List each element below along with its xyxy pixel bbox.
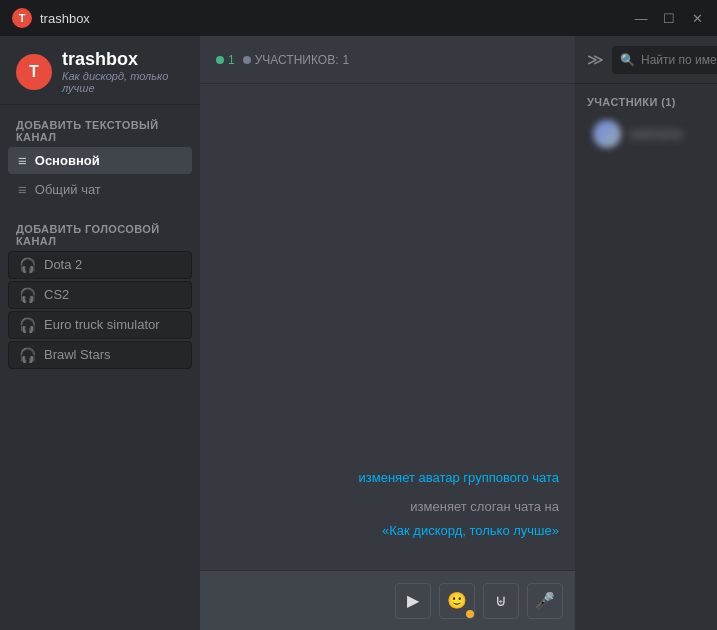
channel-item-osnovy[interactable]: ≡ Основной — [8, 147, 192, 174]
system-message-1: изменяет аватар группового чата — [359, 468, 559, 488]
voice-channel-name-dota2: Dota 2 — [44, 257, 82, 272]
online-indicator: 1 — [216, 53, 235, 67]
voice-channel-brawl-stars[interactable]: 🎧 Brawl Stars — [8, 341, 192, 369]
members-count-value: 1 — [342, 53, 349, 67]
title-bar-left: T trashbox — [12, 8, 90, 28]
voice-icon-cs2: 🎧 — [19, 287, 36, 303]
search-box[interactable]: 🔍 — [612, 46, 717, 74]
text-channels-section: Добавить текстовый канал ≡ Основной ≡ Об… — [0, 105, 200, 209]
server-header: T trashbox Как дискорд, только лучше — [0, 36, 200, 105]
emoji-dot — [466, 610, 474, 618]
message-input[interactable] — [212, 581, 387, 621]
hash-icon: ≡ — [18, 152, 27, 169]
minimize-button[interactable]: — — [633, 11, 649, 26]
search-icon: 🔍 — [620, 53, 635, 67]
input-area: ▶ 🙂 ⊎ 🎤 — [200, 570, 575, 630]
main-content: 1 УЧАСТНИКОВ: 1 изменяет аватар группово… — [200, 36, 575, 630]
members-section: Участники (1) username — [575, 84, 717, 158]
voice-channel-euro-truck[interactable]: 🎧 Euro truck simulator — [8, 311, 192, 339]
sidebar: T trashbox Как дискорд, только лучше Доб… — [0, 36, 200, 630]
server-tagline: Как дискорд, только лучше — [62, 70, 184, 94]
voice-channel-cs2[interactable]: 🎧 CS2 — [8, 281, 192, 309]
emoji-wrapper: 🙂 — [439, 583, 475, 619]
channel-header: 1 УЧАСТНИКОВ: 1 — [200, 36, 575, 84]
add-text-channel-button[interactable]: Добавить текстовый канал — [8, 115, 192, 147]
channel-item-obshy[interactable]: ≡ Общий чат — [8, 176, 192, 203]
member-item[interactable]: username — [587, 116, 717, 152]
attachment-button[interactable]: ⊎ — [483, 583, 519, 619]
messages-area: изменяет аватар группового чата изменяет… — [200, 84, 575, 570]
title-bar-title: trashbox — [40, 11, 90, 26]
members-dot — [243, 56, 251, 64]
channel-name-osnovy: Основной — [35, 153, 100, 168]
members-section-title: Участники (1) — [587, 96, 717, 108]
maximize-button[interactable]: ☐ — [661, 11, 677, 26]
members-count: УЧАСТНИКОВ: 1 — [243, 53, 349, 67]
title-bar-controls: — ☐ ✕ — [633, 11, 705, 26]
voice-channels-section: Добавить голосовой канал 🎧 Dota 2 🎧 CS2 … — [0, 209, 200, 375]
voice-icon-dota2: 🎧 — [19, 257, 36, 273]
attachment-icon: ⊎ — [495, 591, 507, 610]
send-icon: ▶ — [407, 591, 419, 610]
right-panel: ≫ 🔍 Участники (1) username — [575, 36, 717, 630]
search-input[interactable] — [641, 53, 717, 67]
server-name-row: T trashbox Как дискорд, только лучше — [16, 50, 184, 94]
emoji-button[interactable]: 🙂 — [439, 583, 475, 619]
online-count: 1 — [228, 53, 235, 67]
system-message-2: изменяет слоган чата на «Как дискорд, то… — [279, 497, 559, 540]
hash-icon-2: ≡ — [18, 181, 27, 198]
add-voice-channel-button[interactable]: Добавить голосовой канал — [8, 219, 192, 251]
online-dot — [216, 56, 224, 64]
members-label: УЧАСТНИКОВ: — [255, 53, 339, 67]
right-panel-header: ≫ 🔍 — [575, 36, 717, 84]
app-icon: T — [12, 8, 32, 28]
member-avatar — [593, 120, 621, 148]
server-info: trashbox Как дискорд, только лучше — [62, 50, 184, 94]
voice-icon-euro-truck: 🎧 — [19, 317, 36, 333]
voice-icon-brawl-stars: 🎧 — [19, 347, 36, 363]
microphone-icon: 🎤 — [535, 591, 555, 610]
send-button[interactable]: ▶ — [395, 583, 431, 619]
voice-channel-name-euro-truck: Euro truck simulator — [44, 317, 160, 332]
member-name: username — [629, 127, 682, 141]
expand-icon[interactable]: ≫ — [587, 50, 604, 69]
close-button[interactable]: ✕ — [689, 11, 705, 26]
voice-channel-name-brawl-stars: Brawl Stars — [44, 347, 110, 362]
title-bar: T trashbox — ☐ ✕ — [0, 0, 717, 36]
app-layout: T trashbox Как дискорд, только лучше Доб… — [0, 36, 717, 630]
channel-header-left: 1 УЧАСТНИКОВ: 1 — [216, 53, 349, 67]
channel-name-obshy: Общий чат — [35, 182, 101, 197]
voice-channel-dota2[interactable]: 🎧 Dota 2 — [8, 251, 192, 279]
server-avatar: T — [16, 54, 52, 90]
voice-button[interactable]: 🎤 — [527, 583, 563, 619]
emoji-icon: 🙂 — [447, 591, 467, 610]
voice-channel-name-cs2: CS2 — [44, 287, 69, 302]
server-name: trashbox — [62, 50, 184, 70]
